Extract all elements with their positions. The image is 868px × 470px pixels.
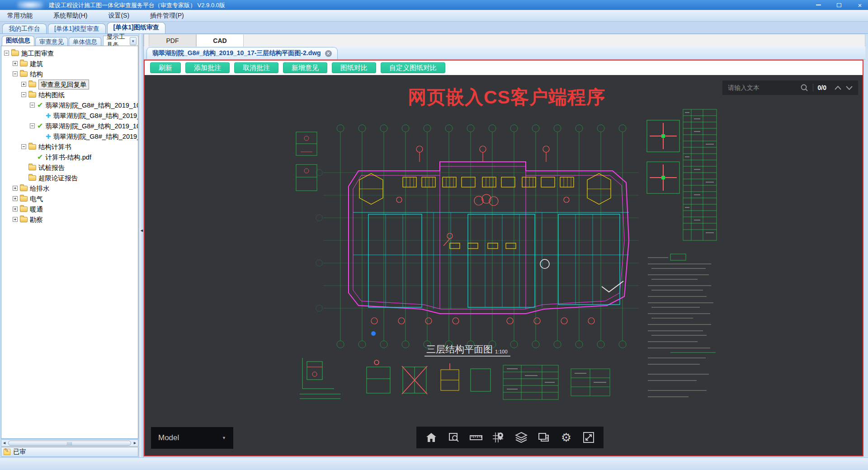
workspace-tab[interactable]: 我的工作台 bbox=[2, 24, 47, 33]
menu-item[interactable]: 设置(S) bbox=[106, 11, 131, 21]
cad-toolbar: 刷新添加批注取消批注新增意见图纸对比自定义图纸对比 bbox=[145, 61, 863, 75]
tree-item[interactable]: 施工图审查 bbox=[1, 48, 138, 58]
node-icon bbox=[11, 51, 19, 56]
tree-item[interactable]: 暖通 bbox=[1, 204, 138, 214]
close-button[interactable]: × bbox=[856, 1, 863, 9]
tree-item[interactable]: 试桩报告 bbox=[1, 162, 138, 173]
tree-item[interactable]: 电气 bbox=[1, 193, 138, 204]
tree-item[interactable]: 结构图纸 bbox=[1, 89, 138, 100]
workspace-tab[interactable]: [单体1]模型审查 bbox=[48, 24, 106, 33]
tree-item-label: 结构计算书 bbox=[38, 142, 71, 151]
tree-item[interactable]: 翡翠湖别院_G8#_结构_2019_10_17- bbox=[1, 121, 138, 131]
file-tab[interactable]: 翡翠湖别院_G8#_结构_2019_10_17-三层结构平面图-2.dwg ✕ bbox=[146, 47, 338, 59]
minimize-icon bbox=[816, 5, 821, 5]
expander-icon[interactable] bbox=[13, 196, 18, 201]
cad-drawing[interactable]: 三层结构平面图 1:100 bbox=[291, 105, 719, 410]
workspace-tab[interactable]: [单体1]图纸审查 bbox=[107, 22, 165, 33]
layout-selector[interactable]: Model ▼ bbox=[151, 427, 233, 449]
expander-icon[interactable] bbox=[13, 71, 18, 76]
cad-canvas[interactable]: 网页嵌入CS客户端程序 0/0 bbox=[145, 75, 863, 456]
minimize-button[interactable] bbox=[815, 1, 822, 9]
tree-item[interactable]: 结构计算书 bbox=[1, 141, 138, 152]
layout-selector-value: Model bbox=[158, 433, 179, 442]
cad-toolbar-button[interactable]: 自定义图纸对比 bbox=[381, 62, 445, 73]
maximize-icon bbox=[837, 3, 841, 7]
tree-item[interactable]: 给排水 bbox=[1, 183, 138, 193]
menu-item[interactable]: 插件管理(P) bbox=[148, 11, 186, 21]
format-tab[interactable]: CAD bbox=[196, 34, 244, 47]
measure-icon[interactable] bbox=[469, 431, 483, 444]
tree-item[interactable]: 翡翠湖别院_G8#_结构_2019_10_17- bbox=[1, 100, 138, 110]
scroll-right-icon[interactable]: ► bbox=[133, 440, 137, 446]
expander-icon[interactable] bbox=[30, 123, 35, 128]
toolbar-toggle-dropdown[interactable]: ▼ bbox=[130, 37, 137, 45]
app-window: 建设工程设计施工图一体化审查服务平台（审查专家版） V2.9.0.0版 × 常用… bbox=[0, 0, 868, 470]
format-tab[interactable]: PDF bbox=[149, 34, 196, 47]
window-title: 建设工程设计施工图一体化审查服务平台（审查专家版） V2.9.0.0版 bbox=[49, 1, 225, 9]
cad-search-bar: 0/0 bbox=[722, 80, 858, 95]
zoom-window-icon[interactable] bbox=[447, 431, 461, 444]
tree-item[interactable]: 审查意见回复单 bbox=[1, 79, 138, 89]
search-icon[interactable] bbox=[800, 84, 808, 92]
node-icon bbox=[37, 153, 43, 161]
tree-item[interactable]: 勘察 bbox=[1, 214, 138, 225]
search-prev-button[interactable] bbox=[835, 86, 841, 90]
search-input[interactable] bbox=[728, 84, 796, 91]
scroll-left-icon[interactable]: ◄ bbox=[2, 440, 6, 446]
cad-toolbar-button[interactable]: 新增意见 bbox=[283, 62, 327, 73]
expander-icon[interactable] bbox=[21, 92, 26, 97]
tree-item-label: 翡翠湖别院_G8#_结构_2019_10_17- bbox=[45, 122, 138, 131]
panel-splitter[interactable]: ◄ bbox=[139, 34, 144, 457]
note-icon bbox=[4, 449, 10, 455]
left-panel-tab[interactable]: 图纸信息 bbox=[2, 36, 34, 46]
tree-item[interactable]: 计算书-结构.pdf bbox=[1, 152, 138, 162]
tree-item[interactable]: 结构 bbox=[1, 69, 138, 79]
tree-item-label: 结构 bbox=[30, 70, 43, 79]
tree-item-label: 试桩报告 bbox=[38, 163, 65, 172]
fullscreen-icon[interactable] bbox=[582, 431, 595, 444]
settings-gear-icon[interactable]: ⚙ bbox=[559, 431, 573, 444]
expander-icon[interactable] bbox=[4, 51, 9, 56]
cad-toolbar-button[interactable]: 刷新 bbox=[150, 62, 181, 73]
node-icon bbox=[37, 122, 43, 130]
drawing-title: 三层结构平面图 bbox=[426, 344, 493, 354]
workspace-tabstrip: 我的工作台[单体1]模型审查[单体1]图纸审查 bbox=[0, 22, 868, 34]
viewports-icon[interactable] bbox=[537, 431, 551, 444]
menu-item[interactable]: 系统帮助(H) bbox=[52, 11, 89, 21]
maximize-button[interactable] bbox=[835, 1, 843, 9]
left-panel-tab[interactable]: 单体信息 bbox=[69, 37, 101, 46]
file-tabstrip: 翡翠湖别院_G8#_结构_2019_10_17-三层结构平面图-2.dwg ✕ bbox=[144, 47, 865, 60]
expander-icon[interactable] bbox=[13, 186, 18, 191]
locate-pin-icon[interactable] bbox=[492, 431, 505, 444]
expander-icon[interactable] bbox=[13, 207, 18, 212]
tree-item[interactable]: 建筑 bbox=[1, 58, 138, 69]
cad-toolbar-button[interactable]: 取消批注 bbox=[234, 62, 278, 73]
home-icon[interactable] bbox=[425, 431, 438, 444]
tree-item-label: 翡翠湖别院_G8#_结构_2019_10_1 bbox=[53, 111, 138, 120]
menu-item[interactable]: 常用功能 bbox=[5, 11, 34, 21]
layers-icon[interactable] bbox=[514, 431, 528, 444]
expander-icon[interactable] bbox=[21, 82, 26, 87]
node-icon bbox=[20, 217, 28, 222]
tree-item-label: 建筑 bbox=[30, 59, 43, 68]
tree-item[interactable]: 翡翠湖别院_G8#_结构_2019_10_1 bbox=[1, 110, 138, 121]
tree-item-label: 电气 bbox=[30, 194, 43, 203]
node-icon bbox=[20, 71, 28, 77]
close-tab-icon[interactable]: ✕ bbox=[325, 50, 332, 57]
expander-icon[interactable] bbox=[30, 103, 35, 108]
collapse-panel-icon[interactable]: ◄ bbox=[140, 228, 144, 233]
tree-item[interactable]: 翡翠湖别院_G8#_结构_2019_10_1 bbox=[1, 131, 138, 141]
cad-toolbar-button[interactable]: 添加批注 bbox=[185, 62, 230, 73]
expander-icon[interactable] bbox=[13, 217, 18, 222]
app-logo bbox=[17, 1, 43, 9]
expander-icon[interactable] bbox=[21, 144, 26, 149]
tree-horizontal-scrollbar[interactable]: ◄ |||| ► bbox=[1, 439, 138, 446]
left-panel-tab[interactable]: 审查意见 bbox=[35, 37, 68, 46]
search-next-button[interactable] bbox=[846, 86, 853, 90]
tree-item[interactable]: 超限论证报告 bbox=[1, 173, 138, 183]
toolbar-toggle: 显示工具条 ▼ bbox=[103, 36, 138, 46]
cad-toolbar-button[interactable]: 图纸对比 bbox=[332, 62, 376, 73]
divider bbox=[813, 84, 813, 92]
scrollbar-thumb[interactable]: |||| bbox=[8, 441, 131, 446]
expander-icon[interactable] bbox=[13, 61, 18, 66]
